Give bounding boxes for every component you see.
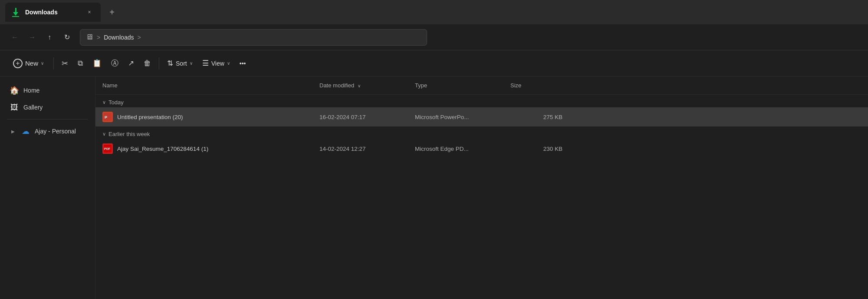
- svg-text:P: P: [105, 115, 107, 120]
- sidebar-item-onedrive[interactable]: ▶ ☁ Ajay - Personal: [3, 123, 92, 140]
- toolbar-sep-2: [159, 57, 159, 70]
- date-sort-icon: ∨: [358, 83, 361, 88]
- title-bar: Downloads × +: [0, 0, 868, 24]
- address-sep-2: >: [137, 34, 141, 41]
- file-date: 14-02-2024 12:27: [319, 146, 415, 152]
- file-size: 230 KB: [510, 146, 562, 152]
- col-name-label: Name: [102, 82, 118, 89]
- sort-button[interactable]: ⇅ Sort ∨: [163, 55, 197, 72]
- sort-label: Sort: [176, 60, 187, 67]
- address-sep-1: >: [97, 34, 100, 41]
- file-date: 16-02-2024 07:17: [319, 114, 415, 120]
- file-row[interactable]: P Untitled presentation (20) 16-02-2024 …: [95, 107, 868, 126]
- expand-icon[interactable]: ▶: [10, 128, 16, 135]
- cut-icon: ✂: [62, 59, 68, 68]
- file-size: 275 KB: [510, 114, 562, 120]
- cut-button[interactable]: ✂: [57, 55, 72, 72]
- sidebar-onedrive-label: Ajay - Personal: [35, 128, 76, 135]
- back-button[interactable]: ←: [7, 30, 23, 45]
- delete-button[interactable]: 🗑: [139, 55, 155, 72]
- pdf-svg: PDF: [104, 145, 112, 153]
- file-name-cell: PDF Ajay Sai_Resume_1706284614 (1): [102, 143, 319, 154]
- copy-icon: ⧉: [78, 59, 83, 68]
- more-options-button[interactable]: •••: [235, 55, 250, 72]
- sort-chevron-icon: ∨: [190, 61, 193, 66]
- address-bar[interactable]: 🖥 > Downloads >: [80, 29, 427, 46]
- col-type-label: Type: [415, 82, 427, 89]
- sidebar-home-label: Home: [23, 87, 39, 94]
- col-date-label: Date modified: [319, 82, 354, 89]
- main-content: 🏠 Home 🖼 Gallery ▶ ☁ Ajay - Personal Nam…: [0, 76, 868, 299]
- rename-icon: Ⓐ: [111, 58, 118, 68]
- column-headers: Name Date modified ∨ Type Size: [95, 76, 868, 95]
- home-icon: 🏠: [10, 86, 19, 95]
- view-label: View: [211, 60, 224, 67]
- section-today-chevron: ∨: [102, 100, 106, 105]
- svg-text:PDF: PDF: [104, 147, 111, 150]
- new-plus-icon: +: [13, 59, 23, 68]
- sidebar-item-gallery[interactable]: 🖼 Gallery: [3, 99, 92, 116]
- section-earlier-chevron: ∨: [102, 131, 106, 137]
- tab-title: Downloads: [25, 9, 81, 16]
- section-today[interactable]: ∨ Today: [95, 95, 868, 107]
- active-tab[interactable]: Downloads ×: [5, 3, 101, 22]
- powerpoint-svg: P: [104, 113, 112, 121]
- share-button[interactable]: ↗: [124, 55, 138, 72]
- new-chevron-icon: ∨: [41, 61, 44, 66]
- sidebar-divider: [7, 119, 88, 120]
- gallery-icon: 🖼: [10, 103, 19, 112]
- new-button[interactable]: + New ∨: [7, 55, 50, 72]
- copy-button[interactable]: ⧉: [73, 55, 87, 72]
- onedrive-icon: ☁: [21, 126, 30, 136]
- file-name: Ajay Sai_Resume_1706284614 (1): [117, 146, 208, 152]
- downloads-tab-icon: [10, 7, 21, 17]
- file-type: Microsoft PowerPo...: [415, 114, 510, 120]
- sidebar-item-home[interactable]: 🏠 Home: [3, 82, 92, 99]
- share-icon: ↗: [128, 59, 134, 68]
- view-button[interactable]: ☰ View ∨: [198, 55, 234, 72]
- view-chevron-icon: ∨: [227, 61, 230, 66]
- forward-button[interactable]: →: [24, 30, 40, 45]
- section-earlier[interactable]: ∨ Earlier this week: [95, 126, 868, 139]
- refresh-button[interactable]: ↻: [59, 30, 75, 45]
- file-type: Microsoft Edge PD...: [415, 146, 510, 152]
- ppt-icon: P: [102, 112, 113, 122]
- nav-bar: ← → ↑ ↻ 🖥 > Downloads >: [0, 24, 868, 50]
- col-date-header[interactable]: Date modified ∨: [319, 82, 415, 89]
- address-folder: Downloads: [104, 34, 134, 41]
- col-size-label: Size: [510, 82, 521, 89]
- more-icon: •••: [240, 60, 246, 67]
- toolbar: + New ∨ ✂ ⧉ 📋 Ⓐ ↗ 🗑 ⇅ Sort ∨ ☰ View ∨ ••…: [0, 50, 868, 76]
- sidebar-gallery-label: Gallery: [23, 104, 43, 111]
- computer-icon: 🖥: [85, 33, 93, 42]
- col-name-header[interactable]: Name: [102, 82, 319, 89]
- sort-arrows-icon: ⇅: [167, 59, 173, 68]
- col-size-header[interactable]: Size: [510, 82, 562, 89]
- pdf-icon: PDF: [102, 143, 113, 154]
- file-name: Untitled presentation (20): [117, 114, 183, 120]
- paste-icon: 📋: [92, 59, 102, 68]
- file-area: Name Date modified ∨ Type Size ∨ Today: [95, 76, 868, 299]
- rename-button[interactable]: Ⓐ: [107, 55, 123, 72]
- new-tab-button[interactable]: +: [104, 4, 120, 20]
- toolbar-sep-1: [53, 57, 54, 70]
- file-name-cell: P Untitled presentation (20): [102, 112, 319, 122]
- new-label: New: [25, 60, 38, 67]
- view-lines-icon: ☰: [202, 59, 209, 68]
- file-row[interactable]: PDF Ajay Sai_Resume_1706284614 (1) 14-02…: [95, 139, 868, 158]
- delete-icon: 🗑: [144, 59, 151, 68]
- up-button[interactable]: ↑: [42, 30, 57, 45]
- sidebar: 🏠 Home 🖼 Gallery ▶ ☁ Ajay - Personal: [0, 76, 95, 299]
- paste-button[interactable]: 📋: [88, 55, 106, 72]
- section-earlier-label: Earlier this week: [108, 131, 150, 137]
- tab-close-button[interactable]: ×: [85, 8, 94, 17]
- section-today-label: Today: [108, 99, 124, 106]
- col-type-header[interactable]: Type: [415, 82, 510, 89]
